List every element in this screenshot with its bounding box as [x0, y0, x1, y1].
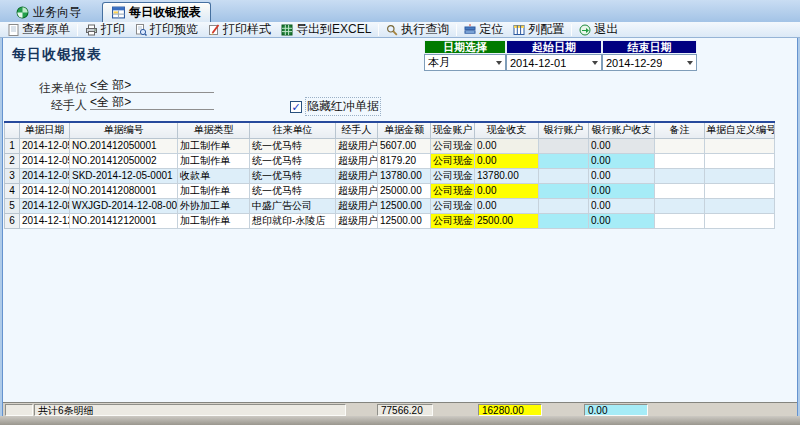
table-cell[interactable]: 2014-12-05 [20, 138, 70, 153]
table-cell[interactable] [539, 168, 589, 183]
table-cell[interactable] [655, 138, 705, 153]
table-cell[interactable]: 公司现金 [431, 183, 475, 198]
table-cell[interactable]: 0.00 [589, 153, 655, 168]
table-cell[interactable] [705, 138, 775, 153]
table-cell[interactable]: 超级用户 [336, 153, 378, 168]
table-cell[interactable]: 0.00 [589, 183, 655, 198]
col-header-doc-date[interactable]: 单据日期 [20, 122, 70, 138]
view-original-doc-button[interactable]: 查看原单 [3, 22, 75, 37]
col-header-handler[interactable]: 经手人 [336, 122, 378, 138]
hide-reversal-checkbox[interactable]: ✓ [290, 101, 302, 113]
table-cell[interactable]: 加工制作单 [178, 213, 250, 228]
table-cell[interactable] [655, 213, 705, 228]
table-cell[interactable] [655, 168, 705, 183]
table-row[interactable]: 22014-12-05NO.201412050002加工制作单统一优马特超级用户… [5, 153, 775, 168]
table-row[interactable]: 42014-12-08NO.201412080001加工制作单统一优马特超级用户… [5, 183, 775, 198]
col-header-partner[interactable]: 往来单位 [250, 122, 336, 138]
table-cell[interactable] [655, 198, 705, 213]
table-cell[interactable]: 超级用户 [336, 213, 378, 228]
table-row[interactable]: 52014-12-08WXJGD-2014-12-08-0002外协加工单中盛广… [5, 198, 775, 213]
print-style-button[interactable]: 打印样式 [203, 22, 276, 37]
table-cell[interactable]: 超级用户 [336, 138, 378, 153]
table-cell[interactable]: 加工制作单 [178, 183, 250, 198]
table-cell[interactable]: NO.201412050002 [70, 153, 178, 168]
table-cell[interactable] [539, 138, 589, 153]
row-number-cell[interactable]: 2 [5, 153, 20, 168]
column-config-button[interactable]: 列配置 [508, 22, 569, 37]
table-cell[interactable]: 2014-12-12 [20, 213, 70, 228]
table-cell[interactable]: 2014-12-05 [20, 153, 70, 168]
print-button[interactable]: 打印 [80, 22, 130, 37]
table-cell[interactable]: 想印就印-永陵店 [250, 213, 336, 228]
table-cell[interactable]: 0.00 [475, 183, 539, 198]
table-cell[interactable]: 12500.00 [378, 198, 431, 213]
row-number-cell[interactable]: 6 [5, 213, 20, 228]
locate-button[interactable]: 定位 [459, 22, 508, 37]
table-cell[interactable]: 统一优马特 [250, 153, 336, 168]
table-cell[interactable]: 中盛广告公司 [250, 198, 336, 213]
col-header-doc-type[interactable]: 单据类型 [178, 122, 250, 138]
table-cell[interactable] [705, 153, 775, 168]
table-row[interactable]: 32014-12-05SKD-2014-12-05-0001收款单统一优马特超级… [5, 168, 775, 183]
end-date-combo[interactable]: 2014-12-29 [602, 54, 697, 71]
table-cell[interactable]: 加工制作单 [178, 153, 250, 168]
run-query-button[interactable]: 执行查询 [381, 22, 454, 37]
start-date-combo[interactable]: 2014-12-01 [506, 54, 602, 71]
table-cell[interactable] [539, 183, 589, 198]
table-cell[interactable]: 加工制作单 [178, 138, 250, 153]
col-header-bank-account[interactable]: 银行账户 [539, 122, 589, 138]
table-cell[interactable]: 0.00 [589, 168, 655, 183]
col-header-bank-flow[interactable]: 银行账户收支 [589, 122, 655, 138]
export-excel-button[interactable]: 导出到EXCEL [276, 22, 376, 37]
table-cell[interactable]: NO.201412080001 [70, 183, 178, 198]
row-number-cell[interactable]: 5 [5, 198, 20, 213]
exit-button[interactable]: 退出 [574, 22, 623, 37]
table-cell[interactable]: 公司现金 [431, 138, 475, 153]
row-number-cell[interactable]: 4 [5, 183, 20, 198]
table-cell[interactable] [655, 183, 705, 198]
table-cell[interactable]: 0.00 [589, 138, 655, 153]
row-number-cell[interactable]: 3 [5, 168, 20, 183]
partner-field[interactable]: <全 部> [90, 78, 214, 93]
tab-business-wizard[interactable]: 业务向导 [10, 4, 87, 21]
table-cell[interactable] [539, 213, 589, 228]
table-cell[interactable]: 外协加工单 [178, 198, 250, 213]
row-number-cell[interactable]: 1 [5, 138, 20, 153]
handler-field[interactable]: <全 部> [90, 95, 214, 110]
table-cell[interactable]: 公司现金 [431, 198, 475, 213]
tab-daily-cash-report[interactable]: 每日收银报表 [102, 2, 211, 22]
date-select-combo[interactable]: 本月 [424, 54, 506, 71]
table-cell[interactable]: 13780.00 [475, 168, 539, 183]
table-cell[interactable]: 8179.20 [378, 153, 431, 168]
table-cell[interactable]: 超级用户 [336, 198, 378, 213]
table-cell[interactable]: 12500.00 [378, 213, 431, 228]
table-cell[interactable]: 公司现金 [431, 213, 475, 228]
table-cell[interactable]: NO.201412050001 [70, 138, 178, 153]
print-preview-button[interactable]: 打印预览 [130, 22, 203, 37]
col-header-memo[interactable]: 备注 [655, 122, 705, 138]
table-cell[interactable]: 公司现金 [431, 168, 475, 183]
table-cell[interactable]: 0.00 [475, 198, 539, 213]
table-cell[interactable]: 0.00 [589, 198, 655, 213]
table-cell[interactable]: 0.00 [589, 213, 655, 228]
table-cell[interactable]: 5607.00 [378, 138, 431, 153]
table-cell[interactable]: 13780.00 [378, 168, 431, 183]
table-cell[interactable]: 0.00 [475, 153, 539, 168]
table-cell[interactable]: WXJGD-2014-12-08-0002 [70, 198, 178, 213]
col-header-cash-account[interactable]: 现金账户 [431, 122, 475, 138]
table-cell[interactable]: 超级用户 [336, 183, 378, 198]
table-cell[interactable]: 2014-12-08 [20, 198, 70, 213]
table-cell[interactable] [539, 198, 589, 213]
table-cell[interactable]: 统一优马特 [250, 138, 336, 153]
table-cell[interactable]: 统一优马特 [250, 168, 336, 183]
col-header-amount[interactable]: 单据金额 [378, 122, 431, 138]
table-cell[interactable]: 统一优马特 [250, 183, 336, 198]
table-row[interactable]: 12014-12-05NO.201412050001加工制作单统一优马特超级用户… [5, 138, 775, 153]
table-cell[interactable]: 0.00 [475, 138, 539, 153]
col-header-custom-number[interactable]: 单据自定义编号 [705, 122, 775, 138]
table-cell[interactable]: 公司现金 [431, 153, 475, 168]
table-row[interactable]: 62014-12-12NO.201412120001加工制作单想印就印-永陵店超… [5, 213, 775, 228]
table-cell[interactable] [705, 168, 775, 183]
col-header-doc-number[interactable]: 单据编号 [70, 122, 178, 138]
col-header-cash-flow[interactable]: 现金收支 [475, 122, 539, 138]
